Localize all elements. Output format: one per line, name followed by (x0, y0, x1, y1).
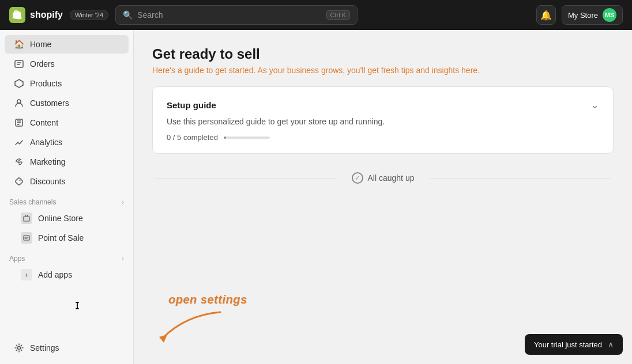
top-nav: shopify Winter '24 🔍 Search Ctrl K 🔔 My … (0, 0, 632, 30)
all-caught-up: ✓ All caught up (343, 163, 424, 193)
add-apps-icon: + (21, 269, 32, 280)
setup-guide-card: Setup guide ⌄ Use this personalized guid… (152, 86, 614, 154)
products-icon (14, 78, 24, 89)
store-name: My Store (568, 11, 598, 20)
sidebar-label-settings: Settings (30, 343, 59, 352)
sidebar-label-add-apps: Add apps (38, 270, 72, 279)
sidebar-label-analytics: Analytics (30, 138, 62, 147)
sidebar-label-online-store: Online Store (38, 214, 83, 223)
sidebar-label-point-of-sale: Point of Sale (38, 233, 84, 242)
progress-text: 0 / 5 completed (167, 133, 218, 142)
point-of-sale-icon (21, 232, 32, 244)
progress-row: 0 / 5 completed (167, 133, 599, 142)
search-icon: 🔍 (123, 10, 133, 20)
bell-icon: 🔔 (540, 10, 552, 21)
apps-label: Apps (9, 255, 25, 263)
sidebar-label-marketing: Marketing (30, 157, 65, 166)
orders-icon (14, 59, 24, 69)
sidebar-item-online-store[interactable]: Online Store (5, 209, 129, 227)
store-button[interactable]: My Store MS (562, 5, 623, 25)
sidebar-label-orders: Orders (30, 59, 55, 69)
bell-button[interactable]: 🔔 (536, 5, 556, 25)
chevron-up-icon: ∧ (608, 340, 614, 349)
apps-section[interactable]: Apps › (0, 248, 133, 265)
sidebar-item-products[interactable]: Products (5, 74, 129, 93)
progress-bar-fill (224, 136, 226, 139)
shopify-logo: shopify (9, 7, 63, 23)
sidebar-item-orders[interactable]: Orders (5, 55, 129, 73)
sales-channels-label: Sales channels (9, 198, 56, 206)
setup-guide-collapse-icon[interactable]: ⌄ (590, 98, 599, 111)
apps-chevron: › (122, 255, 124, 263)
sidebar-item-settings[interactable]: Settings (5, 339, 129, 357)
all-caught-up-row: ✓ All caught up (152, 163, 614, 193)
search-shortcut: Ctrl K (326, 10, 351, 20)
trial-banner[interactable]: Your trial just started ∧ (525, 334, 623, 355)
svg-rect-5 (24, 217, 29, 221)
page-title: Get ready to sell (152, 46, 614, 62)
page-subtitle: Here's a guide to get started. As your b… (152, 66, 614, 75)
nav-right: 🔔 My Store MS (536, 5, 623, 25)
svg-marker-8 (159, 335, 167, 343)
sidebar-label-content: Content (30, 118, 58, 127)
content-area: Get ready to sell Here's a guide to get … (134, 30, 632, 364)
setup-guide-description: Use this personalized guide to get your … (167, 117, 599, 126)
sales-channels-chevron: › (122, 198, 124, 206)
sidebar-item-marketing[interactable]: Marketing (5, 153, 129, 171)
svg-rect-0 (15, 60, 23, 67)
sidebar-item-analytics[interactable]: Analytics (5, 133, 129, 151)
trial-text: Your trial just started (534, 340, 602, 349)
home-icon: 🏠 (14, 39, 24, 50)
sidebar-item-content[interactable]: Content (5, 113, 129, 132)
annotation-label: open settings (168, 293, 247, 306)
sidebar-item-customers[interactable]: Customers (5, 94, 129, 112)
shopify-logo-icon (9, 7, 25, 23)
svg-point-3 (18, 161, 20, 163)
divider-left (155, 178, 336, 179)
sidebar-item-home[interactable]: 🏠 Home (5, 35, 129, 54)
check-circle-icon: ✓ (352, 172, 363, 184)
marketing-icon (14, 157, 24, 167)
divider-right (430, 178, 611, 179)
sidebar-label-home: Home (30, 40, 51, 49)
search-bar[interactable]: 🔍 Search Ctrl K (115, 5, 358, 25)
winter-badge: Winter '24 (70, 10, 108, 20)
sidebar: 🏠 Home Orders Products (0, 30, 134, 364)
setup-guide-title: Setup guide (167, 100, 216, 110)
annotation-arrow (151, 309, 232, 344)
setup-guide-header: Setup guide ⌄ (167, 98, 599, 111)
avatar: MS (603, 8, 616, 22)
svg-point-7 (18, 347, 21, 350)
customers-icon (14, 98, 24, 108)
search-placeholder: Search (137, 10, 163, 20)
sidebar-label-products: Products (30, 79, 62, 88)
settings-icon (14, 343, 24, 353)
main-area: 🏠 Home Orders Products (0, 30, 632, 364)
sidebar-item-discounts[interactable]: Discounts (5, 172, 129, 191)
logo-text: shopify (30, 10, 63, 20)
progress-bar (224, 136, 270, 139)
svg-point-1 (17, 100, 21, 103)
sidebar-item-add-apps[interactable]: + Add apps (5, 266, 129, 284)
sidebar-label-discounts: Discounts (30, 177, 65, 186)
discounts-icon (14, 176, 24, 187)
annotation-container: open settings (168, 293, 247, 306)
all-caught-up-label: All caught up (368, 173, 415, 183)
sidebar-label-customers: Customers (30, 98, 69, 108)
content-icon (14, 117, 24, 128)
sales-channels-section[interactable]: Sales channels › (0, 191, 133, 208)
online-store-icon (21, 213, 32, 224)
svg-point-4 (20, 180, 21, 181)
svg-rect-6 (24, 236, 29, 240)
sidebar-item-point-of-sale[interactable]: Point of Sale (5, 229, 129, 247)
analytics-icon (14, 137, 24, 147)
